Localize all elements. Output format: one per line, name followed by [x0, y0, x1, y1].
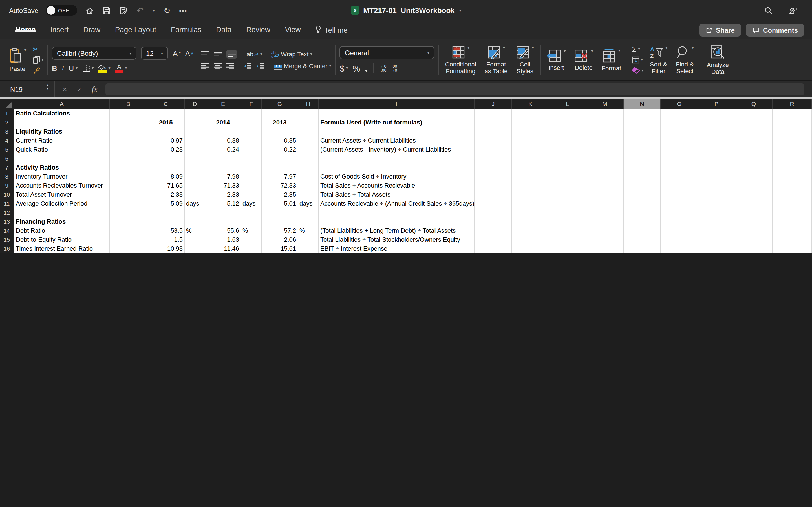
cell-G15[interactable]: 2.06 [262, 235, 298, 244]
cell-R3[interactable] [772, 127, 812, 136]
cell-H14[interactable]: % [298, 226, 319, 235]
row-header-2[interactable]: 2 [0, 118, 14, 127]
cell-H12[interactable] [298, 209, 319, 217]
cell-J10[interactable] [475, 190, 512, 200]
cell-N5[interactable] [624, 145, 661, 154]
cell-A7[interactable]: Activity Ratios [14, 163, 110, 172]
cell-I2[interactable]: Formula Used (Write out formulas) [319, 118, 475, 127]
share-button[interactable]: Share [699, 24, 741, 37]
name-box-spinner[interactable]: ▴▾ [47, 83, 49, 90]
cell-A16[interactable]: Times Interest Earned Ratio [14, 244, 110, 253]
analyze-data-button[interactable]: Analyze Data [705, 45, 731, 75]
cell-H1[interactable] [298, 109, 319, 118]
column-header-Q[interactable]: Q [735, 99, 772, 109]
cell-R14[interactable] [772, 226, 812, 235]
cell-H5[interactable] [298, 145, 319, 154]
cell-F6[interactable] [241, 154, 262, 163]
column-header-K[interactable]: K [512, 99, 549, 109]
cell-J1[interactable] [475, 109, 512, 118]
column-header-E[interactable]: E [205, 99, 241, 109]
cell-A4[interactable]: Current Ratio [14, 136, 110, 145]
decrease-indent-button[interactable] [243, 63, 252, 69]
format-painter-button[interactable] [33, 66, 43, 75]
column-header-F[interactable]: F [241, 99, 262, 109]
cell-P12[interactable] [698, 209, 735, 217]
cell-B8[interactable] [110, 172, 147, 181]
cell-R10[interactable] [772, 190, 812, 200]
row-header-16[interactable]: 16 [0, 244, 14, 253]
row-header-14[interactable]: 14 [0, 226, 14, 235]
column-header-N[interactable]: N [624, 99, 661, 109]
redo-icon[interactable]: ↻ [162, 6, 172, 15]
cell-E10[interactable]: 2.33 [205, 190, 241, 200]
cell-E7[interactable] [205, 163, 241, 172]
fill-color-button[interactable]: ▾ [98, 64, 110, 72]
cell-K2[interactable] [512, 118, 549, 127]
cell-D3[interactable] [185, 127, 205, 136]
cell-G9[interactable]: 72.83 [262, 181, 298, 190]
cell-L12[interactable] [549, 209, 587, 217]
cell-K15[interactable] [512, 235, 549, 244]
cell-C13[interactable] [147, 217, 185, 226]
presence-feedback-icon[interactable] [788, 6, 797, 15]
cell-E6[interactable] [205, 154, 241, 163]
cell-N8[interactable] [624, 172, 661, 181]
ribbon-tab-data[interactable]: Data [209, 25, 239, 34]
cell-R2[interactable] [772, 118, 812, 127]
font-name-select[interactable]: Calibri (Body)▾ [52, 47, 137, 60]
cell-P10[interactable] [698, 190, 735, 200]
cell-N1[interactable] [624, 109, 661, 118]
cell-J4[interactable] [475, 136, 512, 145]
clear-button[interactable]: ▾ [632, 66, 644, 75]
cell-K6[interactable] [512, 154, 549, 163]
more-commands-icon[interactable]: ••• [179, 7, 187, 14]
row-header-8[interactable]: 8 [0, 172, 14, 181]
cell-F7[interactable] [241, 163, 262, 172]
cell-M8[interactable] [587, 172, 624, 181]
cell-R9[interactable] [772, 181, 812, 190]
text-orientation-button[interactable]: ab↗ ▾ [246, 50, 262, 58]
cell-A3[interactable]: Liquidity Ratios [14, 127, 110, 136]
cell-O16[interactable] [661, 244, 698, 253]
cell-L16[interactable] [549, 244, 587, 253]
align-middle-button[interactable] [214, 51, 221, 57]
cell-Q3[interactable] [735, 127, 772, 136]
cell-N13[interactable] [624, 217, 661, 226]
cell-A12[interactable] [14, 209, 110, 217]
cell-D6[interactable] [185, 154, 205, 163]
cell-B13[interactable] [110, 217, 147, 226]
column-header-G[interactable]: G [262, 99, 298, 109]
cell-B16[interactable] [110, 244, 147, 253]
cell-B3[interactable] [110, 127, 147, 136]
cell-L2[interactable] [549, 118, 587, 127]
cell-B15[interactable] [110, 235, 147, 244]
enter-icon[interactable]: ✓ [77, 86, 82, 93]
cell-M6[interactable] [587, 154, 624, 163]
cell-M7[interactable] [587, 163, 624, 172]
cell-N12[interactable] [624, 209, 661, 217]
formula-input[interactable] [105, 83, 804, 95]
cell-A10[interactable]: Total Asset Turnover [14, 190, 110, 200]
ribbon-tab-page-layout[interactable]: Page Layout [108, 25, 163, 34]
cell-D9[interactable] [185, 181, 205, 190]
merge-center-button[interactable]: Merge & Center ▾ [273, 62, 331, 69]
cell-F9[interactable] [241, 181, 262, 190]
cell-G12[interactable] [262, 209, 298, 217]
cell-I13[interactable] [319, 217, 475, 226]
cell-L5[interactable] [549, 145, 587, 154]
cell-B11[interactable] [110, 200, 147, 209]
cell-E1[interactable] [205, 109, 241, 118]
decrease-font-size-button[interactable]: Av [185, 49, 193, 57]
cell-L4[interactable] [549, 136, 587, 145]
cell-B9[interactable] [110, 181, 147, 190]
cell-K4[interactable] [512, 136, 549, 145]
comments-button[interactable]: Comments [746, 24, 804, 37]
cell-B4[interactable] [110, 136, 147, 145]
column-header-P[interactable]: P [698, 99, 735, 109]
cell-I14[interactable]: (Total Liabilities + Long Term Debt) ÷ T… [319, 226, 475, 235]
cell-M4[interactable] [587, 136, 624, 145]
cell-I9[interactable]: Total Sales ÷ Accounts Recievable [319, 181, 475, 190]
cell-D7[interactable] [185, 163, 205, 172]
cell-N7[interactable] [624, 163, 661, 172]
cell-I5[interactable]: (Current Assets - Inventory) ÷ Current L… [319, 145, 475, 154]
